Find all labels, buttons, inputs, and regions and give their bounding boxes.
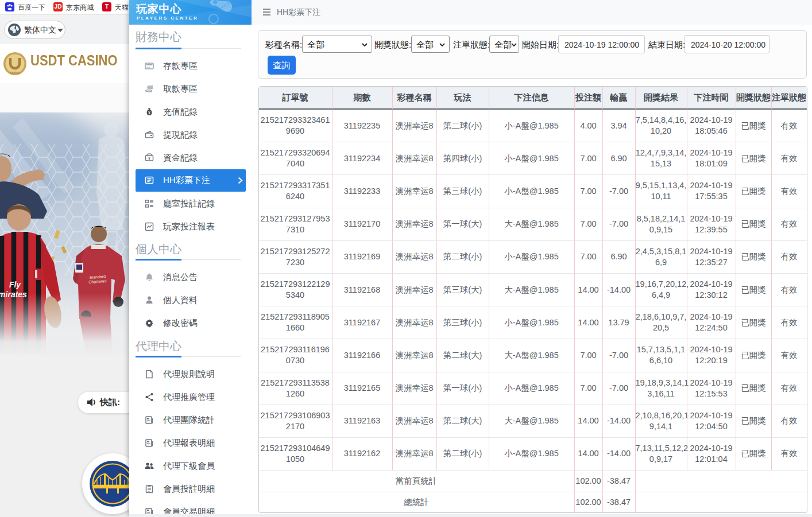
svg-text:Fly: Fly	[9, 280, 21, 289]
svg-text:casino: casino	[10, 71, 20, 74]
